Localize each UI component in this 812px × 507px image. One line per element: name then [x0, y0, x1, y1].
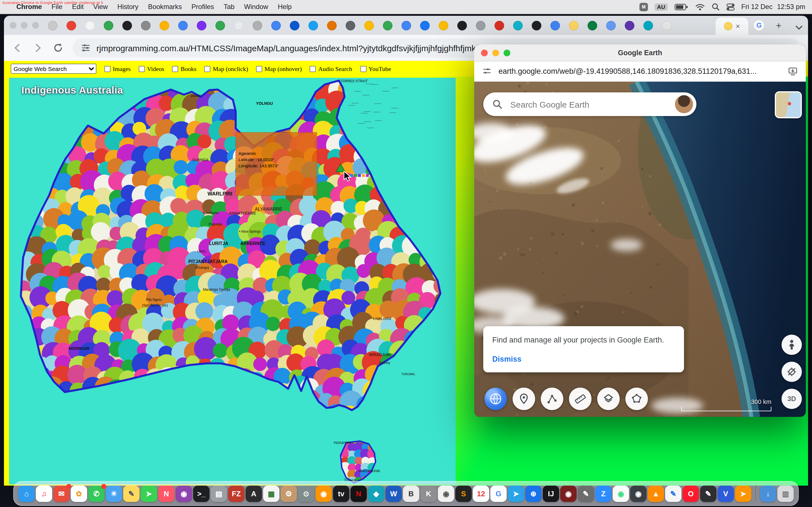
- tab-12[interactable]: [271, 20, 281, 30]
- tab-26[interactable]: [532, 20, 541, 30]
- add-placemark-icon[interactable]: [513, 388, 535, 410]
- tab-16[interactable]: [346, 20, 355, 30]
- minimize-window-button[interactable]: [492, 49, 499, 56]
- earth-search-input[interactable]: [509, 99, 668, 110]
- option-images[interactable]: Images: [104, 65, 131, 72]
- australia-map-svg[interactable]: Agwamin Latitude: -18.0010° Longitude: 1…: [9, 78, 456, 485]
- dock-trash[interactable]: ▥: [777, 485, 794, 502]
- active-tab[interactable]: ×: [716, 17, 748, 35]
- dock-sublime[interactable]: S: [455, 485, 472, 502]
- measure-icon[interactable]: [569, 388, 592, 410]
- menu-help[interactable]: Help: [278, 3, 292, 11]
- zoom-window-button[interactable]: [32, 22, 39, 29]
- dock-calendar[interactable]: 12: [473, 485, 489, 502]
- dock-bbedit[interactable]: B: [403, 485, 419, 502]
- tab-14[interactable]: [308, 20, 318, 30]
- tab-17[interactable]: [364, 20, 374, 30]
- tab-13[interactable]: [290, 20, 299, 30]
- dock-mail[interactable]: ✉: [53, 485, 70, 502]
- tab-31[interactable]: [625, 20, 635, 30]
- dock-terminal[interactable]: >_: [193, 485, 209, 502]
- option-videos[interactable]: Videos: [139, 65, 164, 72]
- new-tab-button[interactable]: +: [772, 19, 785, 33]
- reload-button[interactable]: [52, 42, 64, 54]
- dock-automator[interactable]: ⚙: [281, 485, 297, 502]
- site-settings-icon[interactable]: [81, 43, 91, 53]
- option-youtube[interactable]: YouTube: [360, 65, 391, 72]
- menu-window[interactable]: Window: [244, 3, 268, 11]
- tab-27[interactable]: [550, 20, 560, 30]
- menubar-app-icon[interactable]: M: [640, 3, 648, 11]
- dock-steam[interactable]: ◉: [630, 485, 647, 502]
- tab-33[interactable]: [662, 20, 672, 30]
- checkbox[interactable]: [360, 66, 366, 72]
- checkbox[interactable]: [204, 66, 211, 72]
- menu-history[interactable]: History: [117, 3, 139, 11]
- tab-0[interactable]: [48, 20, 57, 30]
- dock-keynote[interactable]: K: [420, 485, 437, 502]
- dock-messages[interactable]: ✆: [88, 485, 105, 502]
- tab-close-icon[interactable]: ×: [735, 22, 740, 30]
- dock-telegram[interactable]: ➤: [508, 485, 524, 502]
- checkbox[interactable]: [139, 66, 145, 72]
- site-settings-icon[interactable]: [482, 66, 492, 76]
- checkbox[interactable]: [172, 66, 179, 72]
- dock-shield[interactable]: ◆: [368, 485, 384, 502]
- pegman-street-view-button[interactable]: [781, 335, 802, 355]
- dock-word[interactable]: W: [386, 485, 402, 502]
- tab-search-chevron-icon[interactable]: [796, 22, 802, 32]
- dock-podcasts[interactable]: ◉: [175, 485, 192, 502]
- tab-8[interactable]: [197, 20, 206, 30]
- dock-apple-tv[interactable]: tv: [333, 485, 349, 502]
- search-type-select[interactable]: Google Web Search: [11, 64, 96, 74]
- tab-1[interactable]: [66, 20, 76, 30]
- tab-2[interactable]: [85, 20, 95, 30]
- tab-21[interactable]: [439, 20, 448, 30]
- menubar-clock[interactable]: Fri 12 Dec 12:53 pm: [741, 3, 805, 11]
- close-window-button[interactable]: [481, 49, 488, 56]
- close-window-button[interactable]: [10, 22, 16, 29]
- tab-30[interactable]: [606, 20, 616, 30]
- dock-opera[interactable]: O: [682, 485, 699, 502]
- dock-numbers[interactable]: ▦: [263, 485, 280, 502]
- menu-profiles[interactable]: Profiles: [192, 3, 214, 11]
- overview-minimap[interactable]: [775, 91, 802, 118]
- dock-news[interactable]: N: [158, 485, 174, 502]
- option-audio-search[interactable]: Audio Search: [310, 65, 352, 72]
- minimize-window-button[interactable]: [21, 22, 28, 29]
- back-button[interactable]: [12, 42, 23, 54]
- control-center-icon[interactable]: [726, 3, 734, 10]
- dock-intellij[interactable]: IJ: [543, 485, 559, 502]
- dock-files[interactable]: ▤: [211, 485, 227, 502]
- dock-music[interactable]: ♫: [36, 485, 52, 502]
- menu-bookmarks[interactable]: Bookmarks: [148, 3, 182, 11]
- earth-search-bar[interactable]: [483, 93, 696, 116]
- earth-address-bar[interactable]: earth.google.com/web/@-19.41990588,146.1…: [474, 61, 806, 82]
- dock-rocket[interactable]: ➤: [735, 485, 751, 502]
- tab-5[interactable]: [141, 20, 151, 30]
- dock-firefox[interactable]: ◉: [315, 485, 332, 502]
- earth-viewport[interactable]: Find and manage all your projects in Goo…: [474, 82, 806, 417]
- tab-4[interactable]: [122, 20, 132, 30]
- tab-7[interactable]: [178, 20, 188, 30]
- compass-location-button[interactable]: [781, 362, 802, 382]
- dock-chrome[interactable]: G: [490, 485, 507, 502]
- tab-3[interactable]: [104, 20, 113, 30]
- menu-tab[interactable]: Tab: [223, 3, 235, 11]
- dock-gimp[interactable]: ✎: [578, 485, 594, 502]
- tab-28[interactable]: [569, 20, 578, 30]
- tab-32[interactable]: [644, 20, 653, 30]
- tab-18[interactable]: [383, 20, 393, 30]
- tab-11[interactable]: [253, 20, 262, 30]
- dock-photo-booth[interactable]: ◉: [613, 485, 629, 502]
- tab-23[interactable]: [476, 20, 486, 30]
- dock-netflix[interactable]: N: [350, 485, 367, 502]
- dock-pen[interactable]: ✎: [700, 485, 716, 502]
- polygon-tool-icon[interactable]: [625, 388, 648, 410]
- install-app-icon[interactable]: [788, 66, 798, 76]
- layers-icon[interactable]: [597, 388, 620, 410]
- zoom-window-button[interactable]: [504, 49, 510, 56]
- dock-weather[interactable]: ☀: [106, 485, 122, 502]
- tab-25[interactable]: [513, 20, 523, 30]
- option-books[interactable]: Books: [172, 65, 197, 72]
